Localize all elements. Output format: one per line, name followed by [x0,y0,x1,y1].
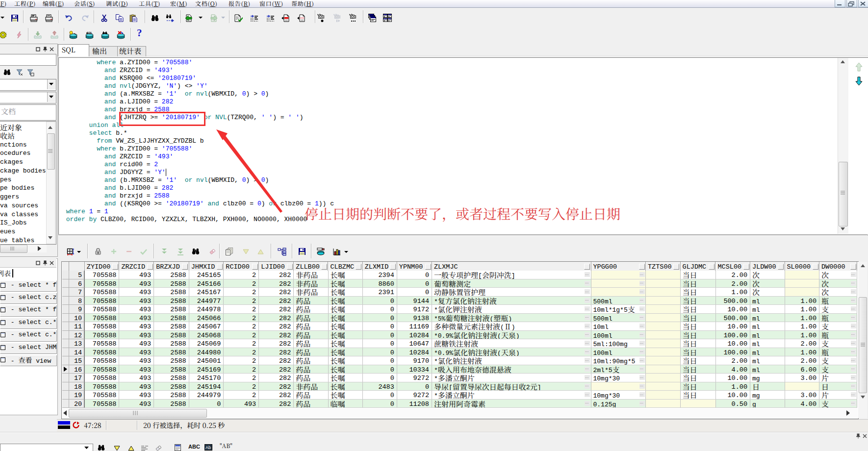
svg-text:SQL: SQL [87,31,93,34]
svg-text:Ab: Ab [205,445,211,450]
